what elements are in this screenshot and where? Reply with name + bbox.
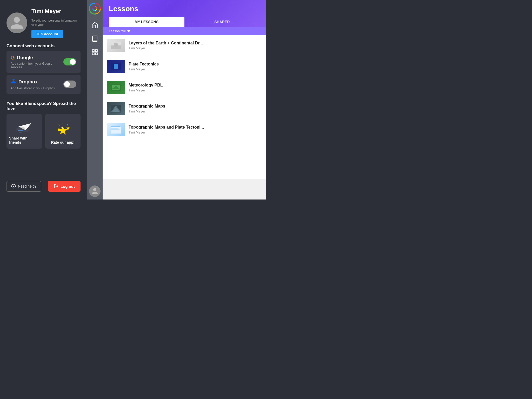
lessons-icon bbox=[91, 35, 98, 42]
google-account-info: G Google Add content from your Google se… bbox=[11, 55, 63, 69]
dropbox-desc: Add files stored in your Dropbox bbox=[11, 87, 55, 90]
lesson-item[interactable]: Topographic Maps and Plate Tectoni... Ti… bbox=[103, 119, 266, 140]
right-panel: Lessons MY LESSONS SHARED Lesson title bbox=[103, 0, 266, 200]
middle-nav bbox=[87, 0, 103, 200]
lesson-info: Plate Tectonics Timi Meyer bbox=[129, 62, 262, 71]
paper-plane-icon bbox=[16, 119, 33, 134]
lesson-author: Timi Meyer bbox=[129, 88, 262, 92]
lesson-author: Timi Meyer bbox=[129, 130, 262, 134]
lessons-tabs: MY LESSONS SHARED bbox=[109, 17, 260, 27]
lesson-item[interactable]: Meteorology PBL Timi Meyer bbox=[103, 77, 266, 98]
sort-button[interactable]: Lesson title bbox=[109, 29, 131, 33]
svg-rect-25 bbox=[114, 64, 118, 69]
sort-label-text: Lesson title bbox=[109, 29, 126, 33]
lesson-title: Topographic Maps and Plate Tectoni... bbox=[129, 125, 262, 130]
nav-grid-button[interactable] bbox=[89, 47, 100, 58]
share-with-friends-card[interactable]: Share with friends bbox=[6, 114, 42, 149]
lesson-title: Layers of the Earth + Continental Dr... bbox=[129, 41, 262, 45]
lesson-author: Timi Meyer bbox=[129, 46, 262, 50]
google-toggle[interactable] bbox=[63, 58, 76, 65]
connect-section-title: Connect web accounts bbox=[6, 43, 81, 49]
lesson-thumbnail bbox=[107, 81, 125, 94]
lesson-info: Layers of the Earth + Continental Dr... … bbox=[129, 41, 262, 50]
topo2-thumb-icon bbox=[111, 126, 121, 134]
nav-user-avatar[interactable] bbox=[89, 185, 101, 197]
help-icon bbox=[11, 184, 16, 189]
svg-line-8 bbox=[58, 125, 59, 126]
lesson-title: Meteorology PBL bbox=[129, 83, 262, 88]
lesson-info: Meteorology PBL Timi Meyer bbox=[129, 83, 262, 92]
lesson-thumbnail bbox=[107, 123, 125, 136]
profile-info: Timi Meyer To edit your personal informa… bbox=[31, 8, 81, 38]
spread-cards: Share with friends Rate bbox=[6, 114, 81, 149]
connect-section: Connect web accounts G Google Add conten… bbox=[6, 43, 81, 96]
dropbox-toggle-knob bbox=[64, 81, 70, 87]
google-toggle-knob bbox=[70, 59, 76, 65]
lesson-item[interactable]: Topographic Maps Timi Meyer bbox=[103, 98, 266, 119]
lessons-header: Lessons MY LESSONS SHARED bbox=[103, 0, 266, 27]
nav-avatar-icon bbox=[91, 187, 99, 195]
svg-rect-33 bbox=[111, 128, 118, 129]
svg-rect-20 bbox=[95, 53, 97, 55]
lesson-thumbnail bbox=[107, 39, 125, 52]
dropbox-toggle[interactable] bbox=[63, 81, 76, 88]
sort-bar: Lesson title bbox=[103, 27, 266, 35]
lesson-author: Timi Meyer bbox=[129, 109, 262, 113]
logout-icon bbox=[54, 184, 58, 189]
lessons-list: Layers of the Earth + Continental Dr... … bbox=[103, 35, 266, 179]
share-label: Share with friends bbox=[9, 136, 39, 144]
google-account-card: G Google Add content from your Google se… bbox=[6, 51, 81, 73]
lesson-title: Topographic Maps bbox=[129, 104, 262, 109]
dropbox-account-info: Dropbox Add files stored in your Dropbox bbox=[11, 78, 55, 90]
plate-thumb-icon bbox=[111, 63, 121, 70]
tes-account-button[interactable]: TES account bbox=[31, 30, 63, 38]
lesson-item[interactable]: Layers of the Earth + Continental Dr... … bbox=[103, 35, 266, 56]
lessons-footer bbox=[103, 179, 266, 200]
app-logo[interactable] bbox=[89, 3, 101, 15]
nav-home-button[interactable] bbox=[89, 20, 100, 31]
svg-point-23 bbox=[114, 43, 118, 47]
logout-label: Log out bbox=[61, 184, 75, 189]
lessons-title: Lessons bbox=[109, 5, 260, 13]
help-label: Need help? bbox=[18, 184, 37, 188]
lesson-info: Topographic Maps Timi Meyer bbox=[129, 104, 262, 113]
meteor-thumb-icon bbox=[111, 84, 121, 91]
google-desc: Add content from your Google services bbox=[11, 62, 63, 69]
user-avatar-icon bbox=[10, 16, 24, 30]
svg-line-7 bbox=[67, 124, 68, 125]
nav-lessons-button[interactable] bbox=[89, 33, 100, 44]
profile-subtitle: To edit your personal information, visit… bbox=[31, 18, 81, 27]
left-panel: Timi Meyer To edit your personal informa… bbox=[0, 0, 87, 200]
dropbox-brand: Dropbox bbox=[11, 78, 55, 85]
profile-name: Timi Meyer bbox=[31, 8, 81, 15]
spread-section: You like Blendspace? Spread the love! Sh… bbox=[6, 101, 81, 149]
profile-section: Timi Meyer To edit your personal informa… bbox=[6, 8, 81, 38]
bottom-buttons: Need help? Log out bbox=[6, 178, 81, 192]
svg-rect-17 bbox=[92, 50, 94, 52]
svg-point-12 bbox=[61, 127, 63, 129]
rate-app-card[interactable]: Rate our app! bbox=[45, 114, 81, 149]
svg-rect-19 bbox=[92, 53, 94, 55]
my-lessons-tab[interactable]: MY LESSONS bbox=[109, 17, 184, 27]
lesson-thumbnail bbox=[107, 102, 125, 115]
blendspace-logo-icon bbox=[89, 3, 101, 15]
earth-thumb-icon bbox=[111, 42, 121, 49]
svg-rect-18 bbox=[95, 50, 97, 52]
topo-thumb-icon bbox=[111, 105, 121, 112]
google-brand: G Google bbox=[11, 55, 63, 61]
shared-tab[interactable]: SHARED bbox=[184, 17, 260, 27]
need-help-button[interactable]: Need help? bbox=[6, 181, 41, 192]
chevron-down-icon bbox=[127, 29, 131, 33]
google-icon: G bbox=[11, 55, 15, 61]
avatar bbox=[6, 12, 27, 33]
spread-section-title: You like Blendspace? Spread the love! bbox=[6, 101, 81, 111]
home-icon bbox=[91, 22, 98, 29]
stars-icon bbox=[54, 122, 72, 138]
lesson-item[interactable]: Plate Tectonics Timi Meyer bbox=[103, 56, 266, 77]
lesson-thumbnail bbox=[107, 60, 125, 73]
svg-rect-34 bbox=[111, 129, 119, 130]
dropbox-account-card: Dropbox Add files stored in your Dropbox bbox=[6, 75, 81, 94]
rate-label: Rate our app! bbox=[51, 140, 75, 144]
lesson-title: Plate Tectonics bbox=[129, 62, 262, 66]
logout-button[interactable]: Log out bbox=[48, 181, 81, 192]
